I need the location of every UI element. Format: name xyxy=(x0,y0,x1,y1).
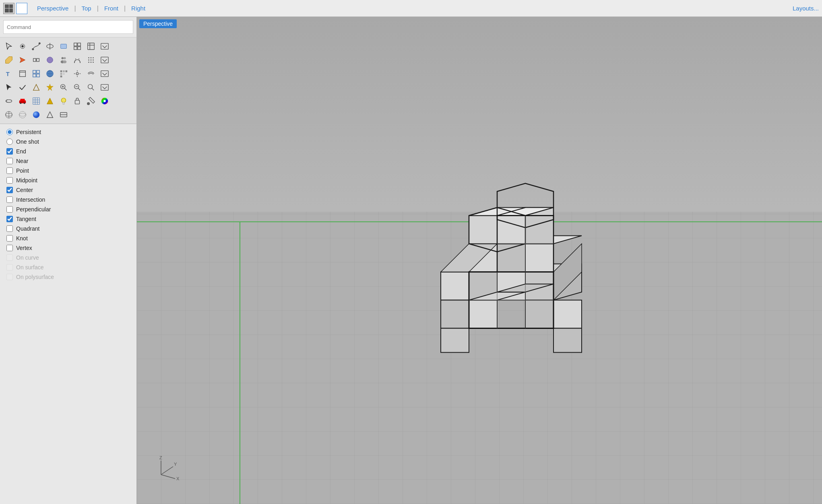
tab-right[interactable]: Right xyxy=(128,3,149,13)
snap-row-perpendicular[interactable]: Perpendicular xyxy=(6,206,130,213)
snap-checkbox-midpoint[interactable] xyxy=(6,177,13,184)
bulb-tool[interactable] xyxy=(57,95,70,107)
snap-label-perpendicular: Perpendicular xyxy=(16,206,51,213)
star-tool[interactable] xyxy=(43,81,56,94)
svg-point-83 xyxy=(62,98,66,103)
turntable-tool[interactable] xyxy=(2,95,15,107)
snap-label-quadrant: Quadrant xyxy=(16,225,39,232)
view-grid-button[interactable] xyxy=(3,3,14,14)
svg-rect-128 xyxy=(525,216,554,244)
oneshot-radio[interactable] xyxy=(6,138,13,145)
svg-marker-82 xyxy=(47,98,53,104)
zoom-in-tool[interactable] xyxy=(57,81,70,94)
mesh-tool[interactable] xyxy=(30,81,43,94)
svg-point-35 xyxy=(93,62,94,63)
snap-checkbox-vertex[interactable] xyxy=(6,245,13,251)
command-input[interactable] xyxy=(3,20,133,34)
project-tool[interactable] xyxy=(30,54,43,66)
svg-marker-16 xyxy=(20,58,25,63)
car-tool[interactable] xyxy=(16,95,29,107)
curve-network-tool[interactable] xyxy=(30,40,43,53)
snap-row-center[interactable]: Center xyxy=(6,187,130,193)
svg-rect-43 xyxy=(37,74,39,77)
point-tool[interactable] xyxy=(16,40,29,53)
dotgrid-tool[interactable] xyxy=(85,54,97,66)
oneshot-radio-row[interactable]: One shot xyxy=(6,138,130,145)
snap-label-tangent: Tangent xyxy=(16,216,36,222)
snap-row-midpoint[interactable]: Midpoint xyxy=(6,177,130,184)
people-tool[interactable] xyxy=(57,54,70,66)
snap-checkbox-tangent[interactable] xyxy=(6,216,13,222)
snap-row-tangent[interactable]: Tangent xyxy=(6,216,130,222)
frame-tool[interactable] xyxy=(16,67,29,80)
persistent-radio[interactable] xyxy=(6,129,13,135)
layouts-button[interactable]: Layouts... xyxy=(793,5,819,12)
blue-ball-tool[interactable] xyxy=(30,108,43,121)
more-tool-2[interactable] xyxy=(98,54,111,66)
more-tool-1[interactable] xyxy=(98,40,111,53)
paint-tool[interactable] xyxy=(85,95,97,107)
text-tool[interactable]: T xyxy=(2,67,15,80)
snap-row-vertex[interactable]: Vertex xyxy=(6,245,130,251)
zoom-window-tool[interactable] xyxy=(85,81,97,94)
toolbar-row-2 xyxy=(2,54,134,66)
sphere-tool[interactable] xyxy=(43,67,56,80)
select-tool[interactable] xyxy=(2,81,15,94)
array-tool[interactable] xyxy=(57,67,70,80)
check-tool[interactable] xyxy=(16,81,29,94)
color-wheel-tool[interactable] xyxy=(98,95,111,107)
svg-point-34 xyxy=(91,62,92,63)
surface-tool[interactable] xyxy=(57,40,70,53)
snap-row-near[interactable]: Near xyxy=(6,158,130,164)
grid-tool[interactable] xyxy=(30,95,43,107)
persistent-label: Persistent xyxy=(16,129,41,135)
bezier-tool[interactable] xyxy=(71,54,84,66)
snap-checkbox-center[interactable] xyxy=(6,187,13,193)
tab-front[interactable]: Front xyxy=(101,3,122,13)
rebuild-tool[interactable] xyxy=(71,40,84,53)
pyramid-tool[interactable] xyxy=(43,95,56,107)
tab-top[interactable]: Top xyxy=(78,3,95,13)
snap-row-on-surface: On surface xyxy=(6,264,130,271)
tab-perspective[interactable]: Perspective xyxy=(34,3,72,13)
svg-line-144 xyxy=(161,475,175,479)
snap-checkbox-point[interactable] xyxy=(6,167,13,174)
rack-tool[interactable] xyxy=(57,108,70,121)
cursor-tool[interactable] xyxy=(2,40,15,53)
svg-rect-41 xyxy=(37,70,39,73)
dotted-sphere-tool[interactable] xyxy=(16,108,29,121)
misc-tool[interactable] xyxy=(71,67,84,80)
snap-label-near: Near xyxy=(16,158,28,164)
blocks-tool[interactable] xyxy=(30,67,43,80)
snap-label-knot: Knot xyxy=(16,235,28,242)
snap-row-knot[interactable]: Knot xyxy=(6,235,130,242)
zoom-extents-tool[interactable] xyxy=(71,81,84,94)
blob-tool[interactable] xyxy=(43,54,56,66)
offset-tool[interactable] xyxy=(85,67,97,80)
sphere-wire-tool[interactable] xyxy=(2,108,15,121)
box-edit-tool[interactable] xyxy=(85,40,97,53)
more-tool-3[interactable] xyxy=(98,67,111,80)
revolve-tool[interactable] xyxy=(43,40,56,53)
snap-checkbox-near[interactable] xyxy=(6,158,13,164)
snap-checkbox-end[interactable] xyxy=(6,148,13,155)
snap-checkbox-knot[interactable] xyxy=(6,235,13,242)
snap-label-end: End xyxy=(16,148,26,155)
snap-row-intersection[interactable]: Intersection xyxy=(6,196,130,203)
arrow-tool[interactable] xyxy=(16,54,29,66)
viewport[interactable]: Perspective xyxy=(137,17,822,504)
snap-row-point[interactable]: Point xyxy=(6,167,130,174)
snap-row-end[interactable]: End xyxy=(6,148,130,155)
toolbar-row-5 xyxy=(2,95,134,107)
snap-checkbox-perpendicular[interactable] xyxy=(6,206,13,213)
lock-tool[interactable] xyxy=(71,95,84,107)
transform-tool[interactable] xyxy=(2,54,15,66)
persistent-radio-row[interactable]: Persistent xyxy=(6,129,130,135)
snap-checkbox-intersection[interactable] xyxy=(6,196,13,203)
more-tool-4[interactable] xyxy=(98,81,111,94)
svg-point-29 xyxy=(93,57,94,58)
snap-row-quadrant[interactable]: Quadrant xyxy=(6,225,130,232)
view-single-button[interactable] xyxy=(16,3,27,14)
cone-tool[interactable] xyxy=(43,108,56,121)
snap-checkbox-quadrant[interactable] xyxy=(6,225,13,232)
